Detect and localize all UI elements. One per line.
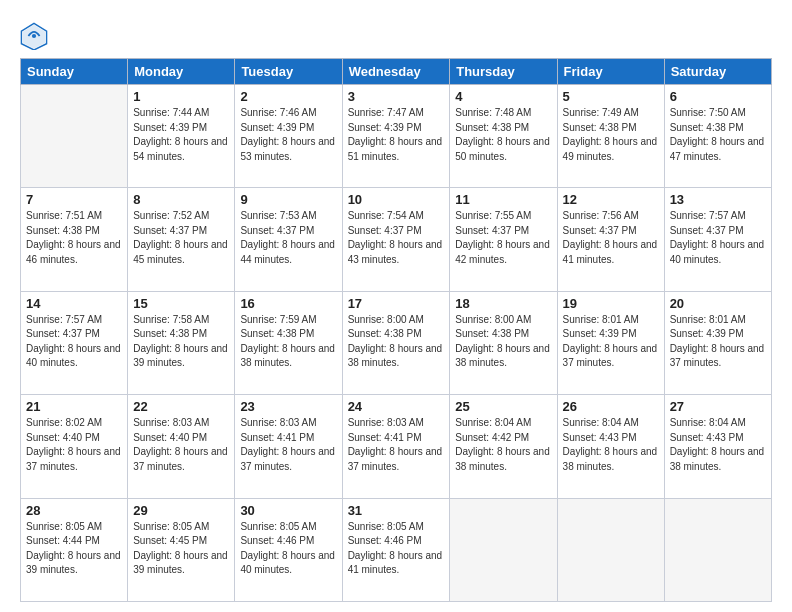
calendar-cell: 24Sunrise: 8:03 AMSunset: 4:41 PMDayligh… [342,395,450,498]
calendar-header-row: SundayMondayTuesdayWednesdayThursdayFrid… [21,59,772,85]
calendar-cell: 12Sunrise: 7:56 AMSunset: 4:37 PMDayligh… [557,188,664,291]
day-number: 11 [455,192,551,207]
cell-info: Sunrise: 8:05 AMSunset: 4:45 PMDaylight:… [133,520,229,578]
calendar-cell: 21Sunrise: 8:02 AMSunset: 4:40 PMDayligh… [21,395,128,498]
cell-info: Sunrise: 8:03 AMSunset: 4:41 PMDaylight:… [348,416,445,474]
day-number: 17 [348,296,445,311]
day-number: 19 [563,296,659,311]
calendar-cell: 18Sunrise: 8:00 AMSunset: 4:38 PMDayligh… [450,291,557,394]
day-number: 21 [26,399,122,414]
cell-info: Sunrise: 7:46 AMSunset: 4:39 PMDaylight:… [240,106,336,164]
day-number: 1 [133,89,229,104]
day-number: 7 [26,192,122,207]
day-number: 26 [563,399,659,414]
cell-info: Sunrise: 8:00 AMSunset: 4:38 PMDaylight:… [455,313,551,371]
calendar-cell: 15Sunrise: 7:58 AMSunset: 4:38 PMDayligh… [128,291,235,394]
cell-info: Sunrise: 7:57 AMSunset: 4:37 PMDaylight:… [26,313,122,371]
day-number: 22 [133,399,229,414]
day-number: 24 [348,399,445,414]
calendar-cell [450,498,557,601]
calendar-cell: 14Sunrise: 7:57 AMSunset: 4:37 PMDayligh… [21,291,128,394]
calendar-cell: 19Sunrise: 8:01 AMSunset: 4:39 PMDayligh… [557,291,664,394]
calendar-header-tuesday: Tuesday [235,59,342,85]
cell-info: Sunrise: 8:00 AMSunset: 4:38 PMDaylight:… [348,313,445,371]
calendar-cell: 17Sunrise: 8:00 AMSunset: 4:38 PMDayligh… [342,291,450,394]
day-number: 20 [670,296,766,311]
cell-info: Sunrise: 8:04 AMSunset: 4:42 PMDaylight:… [455,416,551,474]
cell-info: Sunrise: 7:57 AMSunset: 4:37 PMDaylight:… [670,209,766,267]
day-number: 5 [563,89,659,104]
cell-info: Sunrise: 8:05 AMSunset: 4:46 PMDaylight:… [240,520,336,578]
calendar-header-monday: Monday [128,59,235,85]
calendar-cell: 16Sunrise: 7:59 AMSunset: 4:38 PMDayligh… [235,291,342,394]
calendar-cell: 4Sunrise: 7:48 AMSunset: 4:38 PMDaylight… [450,85,557,188]
day-number: 8 [133,192,229,207]
calendar-table: SundayMondayTuesdayWednesdayThursdayFrid… [20,58,772,602]
day-number: 4 [455,89,551,104]
calendar-header-thursday: Thursday [450,59,557,85]
calendar-cell: 23Sunrise: 8:03 AMSunset: 4:41 PMDayligh… [235,395,342,498]
cell-info: Sunrise: 7:48 AMSunset: 4:38 PMDaylight:… [455,106,551,164]
svg-point-2 [32,34,36,38]
day-number: 23 [240,399,336,414]
calendar-header-wednesday: Wednesday [342,59,450,85]
day-number: 29 [133,503,229,518]
calendar-cell: 28Sunrise: 8:05 AMSunset: 4:44 PMDayligh… [21,498,128,601]
cell-info: Sunrise: 7:55 AMSunset: 4:37 PMDaylight:… [455,209,551,267]
calendar-cell: 22Sunrise: 8:03 AMSunset: 4:40 PMDayligh… [128,395,235,498]
calendar-week-row: 14Sunrise: 7:57 AMSunset: 4:37 PMDayligh… [21,291,772,394]
calendar-cell: 13Sunrise: 7:57 AMSunset: 4:37 PMDayligh… [664,188,771,291]
day-number: 18 [455,296,551,311]
cell-info: Sunrise: 8:04 AMSunset: 4:43 PMDaylight:… [563,416,659,474]
calendar-cell: 2Sunrise: 7:46 AMSunset: 4:39 PMDaylight… [235,85,342,188]
calendar-cell: 25Sunrise: 8:04 AMSunset: 4:42 PMDayligh… [450,395,557,498]
cell-info: Sunrise: 7:52 AMSunset: 4:37 PMDaylight:… [133,209,229,267]
day-number: 25 [455,399,551,414]
cell-info: Sunrise: 7:56 AMSunset: 4:37 PMDaylight:… [563,209,659,267]
cell-info: Sunrise: 7:54 AMSunset: 4:37 PMDaylight:… [348,209,445,267]
calendar-cell: 11Sunrise: 7:55 AMSunset: 4:37 PMDayligh… [450,188,557,291]
calendar-header-sunday: Sunday [21,59,128,85]
calendar-cell [21,85,128,188]
day-number: 30 [240,503,336,518]
day-number: 9 [240,192,336,207]
calendar-cell: 8Sunrise: 7:52 AMSunset: 4:37 PMDaylight… [128,188,235,291]
calendar-cell: 9Sunrise: 7:53 AMSunset: 4:37 PMDaylight… [235,188,342,291]
cell-info: Sunrise: 8:01 AMSunset: 4:39 PMDaylight:… [670,313,766,371]
cell-info: Sunrise: 8:03 AMSunset: 4:41 PMDaylight:… [240,416,336,474]
day-number: 31 [348,503,445,518]
calendar-cell: 31Sunrise: 8:05 AMSunset: 4:46 PMDayligh… [342,498,450,601]
calendar-header-friday: Friday [557,59,664,85]
calendar-cell: 30Sunrise: 8:05 AMSunset: 4:46 PMDayligh… [235,498,342,601]
cell-info: Sunrise: 8:02 AMSunset: 4:40 PMDaylight:… [26,416,122,474]
calendar-cell: 3Sunrise: 7:47 AMSunset: 4:39 PMDaylight… [342,85,450,188]
calendar-cell [664,498,771,601]
cell-info: Sunrise: 8:05 AMSunset: 4:46 PMDaylight:… [348,520,445,578]
page: SundayMondayTuesdayWednesdayThursdayFrid… [0,0,792,612]
calendar-cell [557,498,664,601]
calendar-cell: 5Sunrise: 7:49 AMSunset: 4:38 PMDaylight… [557,85,664,188]
cell-info: Sunrise: 8:05 AMSunset: 4:44 PMDaylight:… [26,520,122,578]
calendar-week-row: 21Sunrise: 8:02 AMSunset: 4:40 PMDayligh… [21,395,772,498]
cell-info: Sunrise: 8:03 AMSunset: 4:40 PMDaylight:… [133,416,229,474]
calendar-cell: 29Sunrise: 8:05 AMSunset: 4:45 PMDayligh… [128,498,235,601]
calendar-week-row: 28Sunrise: 8:05 AMSunset: 4:44 PMDayligh… [21,498,772,601]
day-number: 27 [670,399,766,414]
day-number: 16 [240,296,336,311]
day-number: 15 [133,296,229,311]
cell-info: Sunrise: 7:58 AMSunset: 4:38 PMDaylight:… [133,313,229,371]
calendar-week-row: 1Sunrise: 7:44 AMSunset: 4:39 PMDaylight… [21,85,772,188]
cell-info: Sunrise: 7:59 AMSunset: 4:38 PMDaylight:… [240,313,336,371]
day-number: 2 [240,89,336,104]
cell-info: Sunrise: 7:53 AMSunset: 4:37 PMDaylight:… [240,209,336,267]
logo-icon [20,22,48,50]
cell-info: Sunrise: 7:51 AMSunset: 4:38 PMDaylight:… [26,209,122,267]
calendar-header-saturday: Saturday [664,59,771,85]
cell-info: Sunrise: 8:01 AMSunset: 4:39 PMDaylight:… [563,313,659,371]
calendar-cell: 26Sunrise: 8:04 AMSunset: 4:43 PMDayligh… [557,395,664,498]
calendar-cell: 7Sunrise: 7:51 AMSunset: 4:38 PMDaylight… [21,188,128,291]
cell-info: Sunrise: 7:44 AMSunset: 4:39 PMDaylight:… [133,106,229,164]
cell-info: Sunrise: 7:47 AMSunset: 4:39 PMDaylight:… [348,106,445,164]
calendar-cell: 1Sunrise: 7:44 AMSunset: 4:39 PMDaylight… [128,85,235,188]
cell-info: Sunrise: 7:50 AMSunset: 4:38 PMDaylight:… [670,106,766,164]
